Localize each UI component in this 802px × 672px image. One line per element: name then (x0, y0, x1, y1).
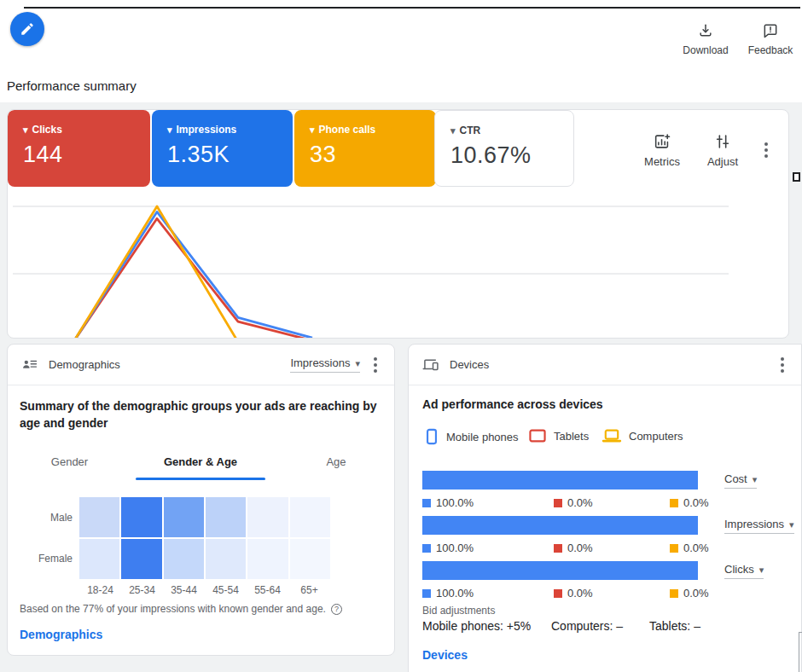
cost-bar-mobile-segment[interactable] (422, 471, 698, 490)
edit-button[interactable] (10, 12, 44, 46)
heatmap-cell[interactable] (290, 497, 330, 537)
legend-tablets: Tablets (528, 428, 589, 443)
clicks-dropdown[interactable]: Clicks (724, 563, 764, 579)
clipped-card-corner (799, 632, 802, 672)
legend-computers: Computers (602, 428, 683, 443)
pct-value: 0.0% (683, 496, 709, 509)
demographics-overflow-menu[interactable] (370, 354, 381, 376)
mobile-swatch (422, 544, 431, 553)
cost-bar (422, 471, 698, 490)
tablet-swatch (554, 589, 562, 598)
mobile-phone-icon (424, 428, 439, 445)
heatmap-cell[interactable] (79, 497, 119, 537)
impressions-bar-mobile-segment[interactable] (422, 516, 698, 535)
demographics-panel: Demographics Impressions Summary of the … (7, 344, 395, 656)
tab-label: Gender (51, 455, 88, 468)
age-group-label: 35-44 (163, 584, 205, 596)
devices-overflow-menu[interactable] (777, 354, 787, 376)
bid-mobile: Mobile phones: +5% (422, 619, 531, 633)
download-button[interactable]: Download (676, 22, 735, 56)
mobile-swatch (422, 499, 431, 507)
heatmap-cell[interactable] (164, 497, 204, 537)
devices-panel: Devices Ad performance across devices Mo… (408, 344, 802, 672)
top-divider (24, 7, 800, 9)
pct-value: 100.0% (436, 587, 474, 600)
demographics-summary: Summary of the demographic groups your a… (20, 397, 381, 432)
performance-chart (8, 110, 789, 339)
computer-swatch (670, 544, 678, 553)
heatmap-cell[interactable] (164, 539, 204, 579)
mobile-swatch (422, 589, 431, 598)
dropdown-value: Impressions (290, 356, 350, 369)
download-label: Download (683, 44, 728, 56)
devices-link[interactable]: Devices (422, 648, 468, 662)
age-group-label: 65+ (288, 584, 330, 596)
clicks-bar (422, 561, 698, 580)
pct-value: 0.0% (683, 542, 709, 554)
demographics-icon (21, 356, 38, 374)
pct-value: 100.0% (436, 496, 474, 509)
heatmap-cell[interactable] (121, 539, 161, 579)
demographics-footnote: Based on the 77% of your impressions wit… (20, 603, 342, 615)
download-icon (697, 22, 714, 39)
legend-label: Tablets (554, 430, 589, 443)
heatmap-cell[interactable] (247, 539, 288, 579)
heatmap-cell[interactable] (290, 539, 330, 579)
tab-gender-and-age[interactable]: Gender & Age (136, 447, 265, 476)
dropdown-arrow-icon (759, 563, 764, 576)
clipped-edge-element (793, 172, 800, 182)
pct-value: 0.0% (567, 496, 593, 509)
demographics-link[interactable]: Demographics (20, 628, 102, 641)
heatmap-cell[interactable] (206, 539, 246, 579)
devices-header: Devices (409, 345, 801, 385)
pct-value: 100.0% (436, 542, 474, 554)
dropdown-value: Cost (724, 472, 747, 485)
heatmap-row-label: Male (11, 512, 73, 524)
bid-tablets: Tablets: – (649, 619, 700, 633)
clicks-bar-mobile-segment[interactable] (422, 561, 698, 580)
section-title: Performance summary (7, 78, 137, 93)
chart-line-phone-calls (73, 206, 312, 339)
tab-age[interactable]: Age (298, 447, 375, 476)
legend-label: Mobile phones (446, 431, 519, 443)
pct-value: 0.0% (567, 542, 593, 554)
dropdown-arrow-icon (355, 356, 360, 369)
devices-heading: Ad performance across devices (422, 397, 603, 411)
age-group-label: 25-34 (121, 584, 163, 596)
legend-label: Computers (629, 430, 683, 443)
laptop-icon (602, 428, 622, 443)
demographics-title: Demographics (49, 358, 120, 371)
gender-age-heatmap[interactable] (79, 497, 330, 579)
devices-icon (422, 356, 439, 374)
feedback-label: Feedback (748, 44, 793, 56)
help-icon[interactable] (331, 604, 342, 615)
legend-mobile-phones: Mobile phones (424, 428, 519, 445)
cost-dropdown[interactable]: Cost (724, 472, 757, 489)
age-group-label: 45-54 (205, 584, 247, 596)
bid-adjustments-label: Bid adjustments (422, 605, 495, 617)
tab-label: Gender & Age (164, 455, 237, 468)
age-group-label: 55-64 (247, 584, 288, 596)
tablet-swatch (554, 499, 562, 507)
heatmap-cell[interactable] (247, 497, 288, 537)
tablet-swatch (554, 544, 562, 553)
tab-gender[interactable]: Gender (29, 447, 110, 476)
demographics-metric-dropdown[interactable]: Impressions (290, 356, 360, 373)
heatmap-cell[interactable] (206, 497, 246, 537)
bid-computers: Computers: – (551, 619, 623, 633)
impressions-bar (422, 516, 698, 535)
impressions-dropdown[interactable]: Impressions (724, 518, 794, 534)
pct-value: 0.0% (567, 587, 593, 600)
pencil-icon (20, 21, 35, 37)
age-group-label: 18-24 (79, 584, 121, 596)
dropdown-arrow-icon (789, 518, 794, 530)
heatmap-cell[interactable] (121, 497, 161, 537)
feedback-button[interactable]: Feedback (741, 22, 800, 56)
chart-line-impressions (73, 211, 312, 339)
tab-label: Age (326, 455, 346, 468)
performance-summary-card: Clicks 144 Impressions 1.35K Phone calls… (7, 109, 789, 339)
cost-stats: 100.0% 0.0% 0.0% (422, 496, 698, 508)
heatmap-cell[interactable] (79, 539, 119, 579)
active-tab-indicator (136, 478, 265, 480)
tablet-icon (528, 428, 547, 443)
